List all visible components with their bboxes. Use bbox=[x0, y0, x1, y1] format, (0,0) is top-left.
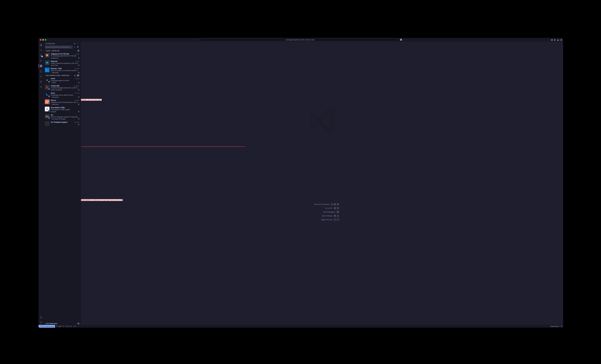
status-notifications[interactable] bbox=[560, 325, 563, 328]
svg-line-3 bbox=[41, 51, 42, 51]
toggle-primary-sidebar-icon[interactable]: ◧ bbox=[554, 39, 556, 41]
extension-item[interactable]: 🐞⇋CodeLLDB◷146msA native debugger powere… bbox=[43, 84, 80, 91]
extension-manage-button[interactable]: ⚙ bbox=[78, 71, 80, 73]
nav-back-button[interactable]: ← bbox=[194, 39, 196, 41]
extension-search-input[interactable] bbox=[45, 46, 73, 49]
extension-manage-button[interactable]: ⚙ bbox=[78, 96, 80, 98]
toggle-secondary-sidebar-icon[interactable]: ◨ bbox=[560, 39, 562, 41]
status-problems[interactable]: ⊘ 0 ⚠ 0 bbox=[65, 325, 72, 328]
extension-activation-time: ◷3ms bbox=[75, 53, 80, 55]
extension-manage-button[interactable]: ⚙ bbox=[78, 111, 80, 113]
extension-item[interactable]: Go Template Support◷119ms⚙ bbox=[43, 121, 80, 126]
extension-item[interactable]: 🦚Peacock◷6msSubtly change the workspace … bbox=[43, 60, 80, 67]
svg-rect-9 bbox=[40, 66, 41, 67]
section-count: 25 bbox=[77, 74, 79, 77]
nav-forward-button[interactable]: → bbox=[197, 39, 199, 41]
extension-name: CodeLLDB bbox=[51, 85, 59, 87]
extension-manage-button[interactable]: ⚙ bbox=[78, 124, 80, 125]
activity-search[interactable] bbox=[39, 48, 43, 53]
annotation-top: Themes run on the host bbox=[81, 99, 102, 101]
cloud-download-icon[interactable]: ☁ bbox=[74, 74, 76, 76]
layout-controls: ▦ ◧ ⬓ ◨ bbox=[551, 39, 562, 41]
extension-publisher: ✓Astro bbox=[51, 82, 56, 83]
minimize-window-button[interactable] bbox=[42, 39, 44, 40]
keyboard-key: F5 bbox=[337, 211, 339, 213]
section-local-installed[interactable]: ⌄ Local - Installed 5 bbox=[43, 49, 80, 52]
activity-explorer[interactable] bbox=[39, 43, 43, 48]
extension-item[interactable]: >_Remote - SSH◷92msOpen any folder on a … bbox=[43, 67, 80, 74]
section-remote-installed[interactable]: ⌄ SSH: devbox-code - Installed ☁ 25 bbox=[43, 74, 80, 77]
maximize-window-button[interactable] bbox=[45, 39, 46, 40]
layout-customize-icon[interactable]: ▦ bbox=[551, 39, 553, 41]
clock-icon: ◷ bbox=[74, 121, 75, 123]
extension-item[interactable]: GO⇋GoRich Go language support for Visual… bbox=[43, 113, 80, 121]
extension-manage-button[interactable]: ⚙ bbox=[78, 64, 80, 66]
activity-testing[interactable] bbox=[39, 69, 43, 73]
activity-custom-2[interactable] bbox=[39, 79, 43, 84]
extension-item[interactable]: ES⇋ESLint◷56msIntegrates ESLint JavaScri… bbox=[43, 99, 80, 106]
extension-icon: 😺 bbox=[45, 53, 50, 58]
clock-icon: ◷ bbox=[75, 61, 77, 62]
clear-search-button[interactable]: ≡ bbox=[73, 46, 76, 49]
activity-accounts[interactable] bbox=[39, 315, 43, 320]
extensions-search: ≡ bbox=[43, 46, 80, 49]
sidebar-header: Extensions ⟳ ⋯ bbox=[43, 42, 80, 46]
svg-marker-7 bbox=[40, 60, 42, 61]
remote-extensions-list: A⇋Astro◷24msLanguage support for Astro✓A… bbox=[43, 77, 80, 322]
extension-publisher: ✓denoland bbox=[51, 96, 59, 98]
activity-custom-3[interactable] bbox=[39, 84, 43, 89]
extension-item[interactable]: ⚙⇋Even Better TOMLFully-featured TOML su… bbox=[43, 106, 80, 113]
extension-icon bbox=[45, 121, 50, 126]
status-branch[interactable]: main* ⟳ bbox=[55, 325, 65, 328]
command-center[interactable]: ⌕ disintegrator.github.io [SSH: devbox-c… bbox=[200, 38, 399, 41]
activity-custom-1[interactable] bbox=[39, 74, 43, 79]
extension-manage-button[interactable]: ⚙ bbox=[78, 89, 80, 91]
activity-scm[interactable]: 2 bbox=[39, 53, 43, 58]
error-icon: ⊘ bbox=[66, 325, 67, 327]
local-extensions-list: 😺Catppuccin for VSCode◷3ms🦌 Soothing pas… bbox=[43, 52, 80, 74]
extension-item[interactable]: A⇋Astro◷24msLanguage support for Astro✓A… bbox=[43, 77, 80, 84]
extension-manage-button[interactable]: ⚙ bbox=[78, 103, 80, 105]
status-remote-host[interactable]: ⇋ SSH: devbox-code bbox=[39, 325, 55, 328]
extension-activation-time: ◷146ms bbox=[74, 85, 80, 87]
extension-name: Remote - SSH bbox=[51, 68, 62, 70]
annotation-divider-line bbox=[81, 146, 245, 147]
extension-manage-button[interactable]: ⚙ bbox=[78, 81, 80, 83]
verified-publisher-icon: ✓ bbox=[51, 104, 52, 105]
titlebar: ← → ⌕ disintegrator.github.io [SSH: devb… bbox=[39, 38, 563, 42]
toggle-panel-icon[interactable]: ⬓ bbox=[557, 39, 559, 41]
extension-description: Subtly change the workspace color of you… bbox=[51, 62, 80, 64]
clock-icon: ◷ bbox=[75, 53, 77, 55]
clock-icon: ◷ bbox=[74, 85, 75, 87]
section-recommended[interactable]: › Recommended 8 bbox=[43, 322, 80, 325]
welcome-shortcut-label: Start Debugging bbox=[311, 211, 335, 213]
filter-button[interactable] bbox=[77, 46, 79, 49]
activity-extensions[interactable] bbox=[39, 64, 43, 68]
extension-item[interactable]: 😺Catppuccin for VSCode◷3ms🦌 Soothing pas… bbox=[43, 52, 80, 60]
extension-publisher: Vadim Chugunov bbox=[51, 89, 62, 91]
extension-manage-button[interactable]: ⚙ bbox=[78, 57, 80, 59]
search-icon: ⌕ bbox=[284, 39, 285, 40]
section-label: Recommended bbox=[46, 323, 58, 324]
welcome-shortcut-keys: F5 bbox=[337, 211, 339, 213]
extension-item[interactable]: 🦕⇋Deno◷77msA language server client for … bbox=[43, 91, 80, 99]
remote-host-label: SSH: devbox-code bbox=[41, 325, 54, 327]
extension-description: Fully-featured TOML support bbox=[51, 109, 80, 111]
activity-settings[interactable] bbox=[39, 320, 43, 325]
close-window-button[interactable] bbox=[40, 39, 41, 40]
extension-activation-time: ◷92ms bbox=[75, 68, 79, 69]
extension-name: Go bbox=[51, 114, 53, 116]
refresh-extensions-button[interactable]: ⟳ bbox=[74, 43, 75, 45]
svg-point-2 bbox=[40, 49, 41, 51]
extension-activation-time: ◷56ms bbox=[75, 100, 79, 101]
welcome-shortcuts: Show All Commands⇧⌘PGo to File⌘PStart De… bbox=[305, 203, 339, 221]
activity-run-debug[interactable] bbox=[39, 58, 43, 63]
extension-manage-button[interactable]: ⚙ bbox=[78, 118, 80, 120]
warning-count: 0 bbox=[71, 325, 72, 327]
more-actions-button[interactable]: ⋯ bbox=[77, 43, 79, 45]
status-ports[interactable]: 1 bbox=[72, 325, 77, 328]
extension-name: Go Template Support bbox=[51, 121, 68, 123]
status-supermaven[interactable]: Supermaven bbox=[550, 325, 560, 328]
copilot-menu[interactable]: ⌄ bbox=[400, 39, 404, 41]
extension-icon: >_ bbox=[45, 68, 50, 72]
